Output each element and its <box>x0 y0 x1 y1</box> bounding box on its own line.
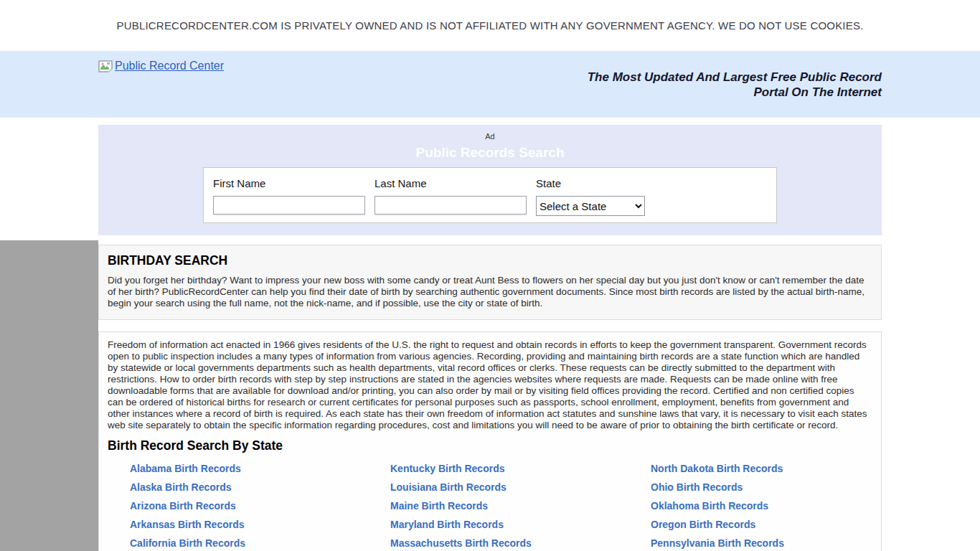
logo-link[interactable]: Public Record Center <box>98 60 224 72</box>
site-tagline: The Most Updated And Largest Free Public… <box>588 70 882 100</box>
first-name-label: First Name <box>213 177 374 189</box>
state-link-ohio[interactable]: Ohio Birth Records <box>651 482 911 493</box>
last-name-group: Last Name <box>374 177 536 215</box>
ad-label: Ad <box>98 125 882 141</box>
state-search-heading: Birth Record Search By State <box>108 438 872 453</box>
state-link-maine[interactable]: Maine Birth Records <box>390 501 651 512</box>
last-name-label: Last Name <box>374 177 536 189</box>
state-select[interactable]: Select a State <box>536 196 645 216</box>
header-inner: Public Record Center The Most Updated An… <box>98 51 882 118</box>
birthday-search-box: BIRTHDAY SEARCH Did you forget her birth… <box>98 245 882 320</box>
state-link-arkansas[interactable]: Arkansas Birth Records <box>130 519 390 530</box>
state-link-massachusetts[interactable]: Massachusetts Birth Records <box>390 538 651 549</box>
state-link-north-dakota[interactable]: North Dakota Birth Records <box>651 463 911 474</box>
last-name-input[interactable] <box>374 196 527 215</box>
birthday-search-heading: BIRTHDAY SEARCH <box>108 253 872 268</box>
tagline-line-1: The Most Updated And Largest Free Public… <box>588 70 882 85</box>
birth-records-info-box: Freedom of information act enacted in 19… <box>98 331 882 551</box>
main-content: Ad Public Records Search First Name Last… <box>98 125 882 551</box>
disclaimer-bar: PUBLICRECORDCENTER.COM IS PRIVATELY OWNE… <box>0 0 980 51</box>
state-link-pennsylvania[interactable]: Pennsylvania Birth Records <box>651 538 911 549</box>
first-name-input[interactable] <box>213 196 365 215</box>
state-link-louisiana[interactable]: Louisiana Birth Records <box>390 482 651 493</box>
state-group: State Select a State <box>536 177 645 216</box>
foia-paragraph: Freedom of information act enacted in 19… <box>108 339 872 431</box>
ad-search-section: Ad Public Records Search First Name Last… <box>98 125 882 235</box>
state-link-oregon[interactable]: Oregon Birth Records <box>651 519 911 530</box>
logo-link-label: Public Record Center <box>115 60 224 72</box>
first-name-group: First Name <box>213 177 374 215</box>
state-link-california[interactable]: California Birth Records <box>130 538 390 549</box>
disclaimer-text: PUBLICRECORDCENTER.COM IS PRIVATELY OWNE… <box>116 19 863 32</box>
birthday-search-text: Did you forget her birthday? Want to imp… <box>108 275 872 309</box>
site-header: Public Record Center The Most Updated An… <box>0 51 980 118</box>
state-link-oklahoma[interactable]: Oklahoma Birth Records <box>651 501 911 512</box>
state-link-alabama[interactable]: Alabama Birth Records <box>130 463 390 474</box>
state-link-alaska[interactable]: Alaska Birth Records <box>130 482 390 493</box>
state-links-grid: Alabama Birth Records Kentucky Birth Rec… <box>108 463 872 549</box>
tagline-line-2: Portal On The Internet <box>588 85 882 100</box>
left-margin-strip <box>0 240 98 551</box>
state-link-kentucky[interactable]: Kentucky Birth Records <box>390 463 651 474</box>
state-link-arizona[interactable]: Arizona Birth Records <box>130 501 390 512</box>
public-records-search-title: Public Records Search <box>98 145 882 161</box>
state-link-maryland[interactable]: Maryland Birth Records <box>390 519 651 530</box>
search-form-panel: First Name Last Name State Select a Stat… <box>203 167 777 223</box>
state-label: State <box>536 177 645 189</box>
broken-image-icon <box>98 60 113 72</box>
